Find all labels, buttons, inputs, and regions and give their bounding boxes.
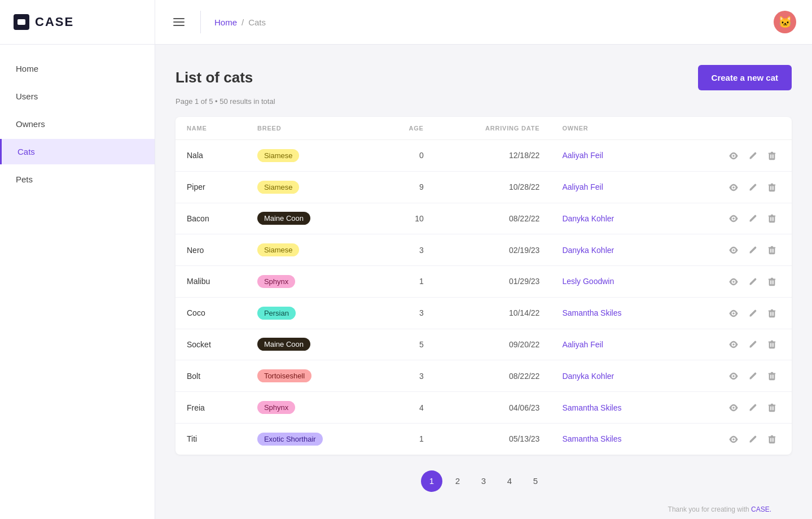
cell-age: 3 — [379, 360, 435, 392]
cell-age: 5 — [379, 329, 435, 360]
pagination: 12345 — [175, 470, 792, 492]
hamburger-line-1 — [173, 18, 185, 19]
cell-owner: Danyka Kohler — [551, 360, 674, 392]
edit-button[interactable] — [744, 306, 761, 321]
page-button-4[interactable]: 4 — [499, 470, 520, 492]
breed-badge: Exotic Shorthair — [257, 433, 323, 446]
view-button[interactable] — [725, 211, 742, 226]
page-button-2[interactable]: 2 — [447, 470, 468, 492]
table-row: Titi Exotic Shorthair 1 05/13/23 Samanth… — [175, 423, 792, 454]
cell-name: Bolt — [175, 360, 246, 392]
view-button[interactable] — [725, 148, 742, 163]
avatar[interactable]: 🐱 — [774, 11, 796, 33]
hamburger-line-2 — [173, 21, 185, 23]
cell-date: 09/20/22 — [435, 329, 551, 360]
delete-button[interactable] — [763, 242, 780, 258]
edit-button[interactable] — [744, 148, 761, 163]
cell-owner: Aaliyah Feil — [551, 329, 674, 360]
logo-icon — [14, 14, 29, 30]
breadcrumb-home[interactable]: Home — [214, 18, 237, 27]
cell-breed: Siamese — [246, 171, 379, 203]
cell-actions — [674, 360, 792, 392]
cell-date: 05/13/23 — [435, 423, 551, 454]
edit-button[interactable] — [744, 400, 761, 415]
col-name: NAME — [175, 117, 246, 140]
content-area: List of cats Create a new cat Page 1 of … — [155, 45, 812, 519]
view-button[interactable] — [725, 368, 742, 383]
cell-breed: Tortoiseshell — [246, 360, 379, 392]
cell-age: 10 — [379, 203, 435, 234]
edit-button[interactable] — [744, 242, 761, 258]
edit-button[interactable] — [744, 274, 761, 289]
cell-owner: Samantha Skiles — [551, 297, 674, 329]
view-button[interactable] — [725, 242, 742, 258]
owner-link[interactable]: Aaliyah Feil — [562, 340, 603, 349]
cell-date: 04/06/23 — [435, 392, 551, 424]
delete-button[interactable] — [763, 400, 780, 415]
table-row: Nero Siamese 3 02/19/23 Danyka Kohler — [175, 234, 792, 266]
cell-name: Piper — [175, 171, 246, 203]
cell-name: Titi — [175, 423, 246, 454]
view-button[interactable] — [725, 274, 742, 289]
delete-button[interactable] — [763, 148, 780, 163]
edit-button[interactable] — [744, 180, 761, 195]
table-row: Malibu Sphynx 1 01/29/23 Lesly Goodwin — [175, 266, 792, 298]
page-button-5[interactable]: 5 — [525, 470, 546, 492]
delete-button[interactable] — [763, 368, 780, 383]
menu-toggle-button[interactable] — [171, 16, 187, 28]
delete-button[interactable] — [763, 180, 780, 195]
edit-button[interactable] — [744, 431, 761, 447]
sidebar-item-home[interactable]: Home — [0, 56, 155, 81]
footer: Thank you for creating with CASE. — [175, 499, 792, 519]
delete-button[interactable] — [763, 274, 780, 289]
view-button[interactable] — [725, 400, 742, 415]
page-button-1[interactable]: 1 — [421, 470, 442, 492]
sidebar-item-users[interactable]: Users — [0, 84, 155, 109]
view-button[interactable] — [725, 180, 742, 195]
owner-link[interactable]: Aaliyah Feil — [562, 151, 603, 160]
hamburger-line-3 — [173, 25, 185, 26]
breed-badge: Sphynx — [257, 401, 295, 414]
breed-badge: Siamese — [257, 243, 300, 256]
breed-badge: Persian — [257, 307, 296, 320]
cell-breed: Siamese — [246, 234, 379, 266]
sidebar-item-owners[interactable]: Owners — [0, 111, 155, 137]
owner-link[interactable]: Danyka Kohler — [562, 372, 614, 381]
breed-badge: Siamese — [257, 181, 300, 194]
owner-link[interactable]: Samantha Skiles — [562, 434, 621, 443]
page-button-3[interactable]: 3 — [473, 470, 494, 492]
main-area: Home / Cats 🐱 List of cats Create a new … — [155, 0, 812, 519]
delete-button[interactable] — [763, 306, 780, 321]
delete-button[interactable] — [763, 431, 780, 447]
footer-link[interactable]: CASE. — [751, 505, 771, 513]
edit-button[interactable] — [744, 211, 761, 226]
cell-breed: Sphynx — [246, 266, 379, 298]
cell-owner: Samantha Skiles — [551, 423, 674, 454]
col-owner: OWNER — [551, 117, 674, 140]
owner-link[interactable]: Samantha Skiles — [562, 403, 621, 412]
owner-link[interactable]: Danyka Kohler — [562, 214, 614, 223]
owner-link[interactable]: Samantha Skiles — [562, 308, 621, 317]
owner-link[interactable]: Aaliyah Feil — [562, 182, 603, 191]
cell-owner: Danyka Kohler — [551, 234, 674, 266]
view-button[interactable] — [725, 431, 742, 447]
sidebar-item-cats[interactable]: Cats — [0, 139, 155, 164]
view-button[interactable] — [725, 337, 742, 352]
cell-date: 02/19/23 — [435, 234, 551, 266]
cell-breed: Maine Coon — [246, 329, 379, 360]
delete-button[interactable] — [763, 337, 780, 352]
table-body: Nala Siamese 0 12/18/22 Aaliyah Feil Pip… — [175, 140, 792, 455]
sidebar: CASE HomeUsersOwnersCatsPets — [0, 0, 155, 519]
cell-owner: Samantha Skiles — [551, 392, 674, 424]
table-row: Socket Maine Coon 5 09/20/22 Aaliyah Fei… — [175, 329, 792, 360]
owner-link[interactable]: Danyka Kohler — [562, 246, 614, 255]
view-button[interactable] — [725, 306, 742, 321]
edit-button[interactable] — [744, 368, 761, 383]
edit-button[interactable] — [744, 337, 761, 352]
delete-button[interactable] — [763, 211, 780, 226]
sidebar-item-pets[interactable]: Pets — [0, 167, 155, 192]
cell-actions — [674, 423, 792, 454]
content-header: List of cats Create a new cat — [175, 65, 792, 90]
owner-link[interactable]: Lesly Goodwin — [562, 277, 614, 286]
create-cat-button[interactable]: Create a new cat — [698, 65, 792, 90]
